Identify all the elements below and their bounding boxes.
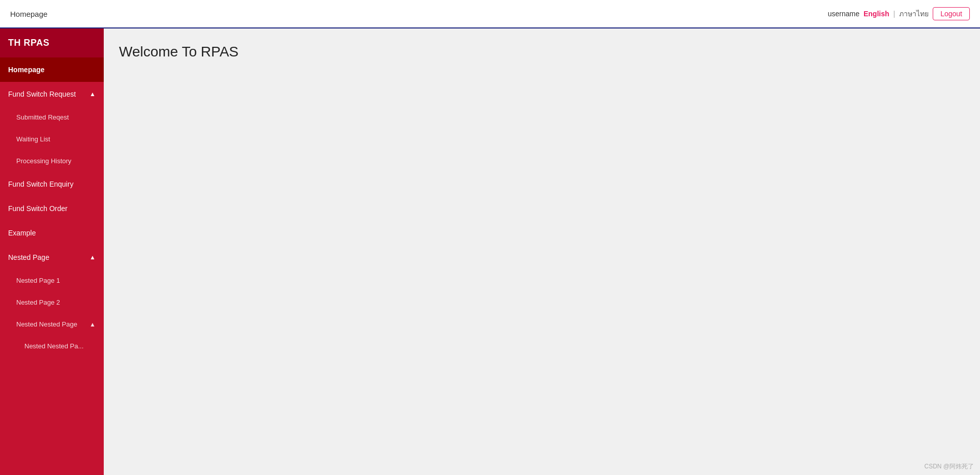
sidebar-item-homepage-label: Homepage: [8, 66, 45, 74]
sidebar-item-example[interactable]: Example: [0, 221, 104, 245]
sidebar-logo: TH RPAS: [0, 28, 104, 57]
chevron-up-icon: ▲: [90, 91, 96, 98]
header-right: username English | ภาษาไทย Logout: [828, 7, 970, 20]
sidebar-item-fund-switch-enquiry[interactable]: Fund Switch Enquiry: [0, 172, 104, 196]
chevron-up-icon-nested-nested: ▲: [90, 321, 96, 328]
sidebar-item-nested-nested-page[interactable]: Nested Nested Page ▲: [0, 313, 104, 335]
sidebar: TH RPAS Homepage Fund Switch Request ▲ S…: [0, 28, 104, 475]
sidebar-item-fund-switch-request[interactable]: Fund Switch Request ▲: [0, 82, 104, 106]
breadcrumb: Homepage: [10, 10, 47, 18]
sidebar-item-processing-history[interactable]: Processing History: [0, 150, 104, 172]
lang-english[interactable]: English: [864, 10, 889, 18]
main-content: Welcome To RPAS: [104, 28, 980, 475]
main-layout: TH RPAS Homepage Fund Switch Request ▲ S…: [0, 28, 980, 475]
footer-watermark: CSDN @阿炜死了: [924, 462, 974, 471]
welcome-title: Welcome To RPAS: [119, 44, 965, 60]
top-header: Homepage username English | ภาษาไทย Logo…: [0, 0, 980, 28]
sidebar-item-submitted-reqest[interactable]: Submitted Reqest: [0, 106, 104, 128]
sidebar-item-fund-switch-enquiry-label: Fund Switch Enquiry: [8, 180, 73, 188]
sidebar-item-nested-page[interactable]: Nested Page ▲: [0, 245, 104, 270]
sidebar-item-nested-nested-pa-label: Nested Nested Pa...: [24, 342, 83, 350]
sidebar-item-processing-history-label: Processing History: [16, 157, 71, 165]
sidebar-item-homepage[interactable]: Homepage: [0, 57, 104, 82]
logout-button[interactable]: Logout: [933, 7, 970, 20]
sidebar-item-nested-nested-page-label: Nested Nested Page: [16, 320, 77, 328]
sidebar-item-submitted-reqest-label: Submitted Reqest: [16, 113, 69, 121]
sidebar-item-fund-switch-order-label: Fund Switch Order: [8, 204, 68, 213]
sidebar-item-nested-page-1-label: Nested Page 1: [16, 277, 60, 284]
sidebar-item-example-label: Example: [8, 229, 36, 237]
sidebar-item-fund-switch-request-label: Fund Switch Request: [8, 90, 76, 98]
sidebar-item-nested-page-1[interactable]: Nested Page 1: [0, 270, 104, 291]
sidebar-item-nested-nested-pa[interactable]: Nested Nested Pa...: [0, 335, 104, 357]
sidebar-item-nested-page-2[interactable]: Nested Page 2: [0, 291, 104, 313]
sidebar-item-nested-page-label: Nested Page: [8, 253, 49, 261]
chevron-up-icon-nested: ▲: [90, 254, 96, 261]
sidebar-item-fund-switch-order[interactable]: Fund Switch Order: [0, 196, 104, 221]
lang-thai[interactable]: ภาษาไทย: [899, 8, 929, 19]
sidebar-item-waiting-list[interactable]: Waiting List: [0, 128, 104, 150]
sidebar-item-waiting-list-label: Waiting List: [16, 135, 50, 143]
lang-divider: |: [894, 10, 896, 18]
username-label: username: [828, 10, 859, 18]
sidebar-item-nested-page-2-label: Nested Page 2: [16, 299, 60, 306]
